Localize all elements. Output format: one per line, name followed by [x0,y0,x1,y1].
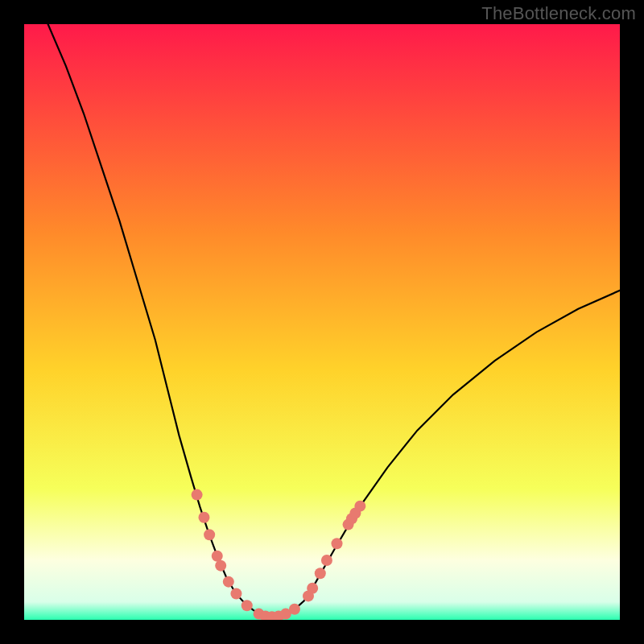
data-marker [204,529,215,540]
watermark-text: TheBottleneck.com [481,3,636,24]
data-marker [307,583,318,594]
data-marker [354,501,365,512]
data-marker [321,555,332,566]
data-marker [332,538,343,549]
data-marker [198,512,209,523]
data-marker [192,489,203,501]
data-marker [223,576,234,588]
data-marker [230,588,242,599]
gradient-background [24,24,620,620]
data-marker [215,560,226,572]
data-marker [289,604,300,615]
data-marker [242,600,253,611]
chart-frame: TheBottleneck.com [0,0,644,644]
bottleneck-chart [24,24,620,620]
data-marker [315,568,326,579]
